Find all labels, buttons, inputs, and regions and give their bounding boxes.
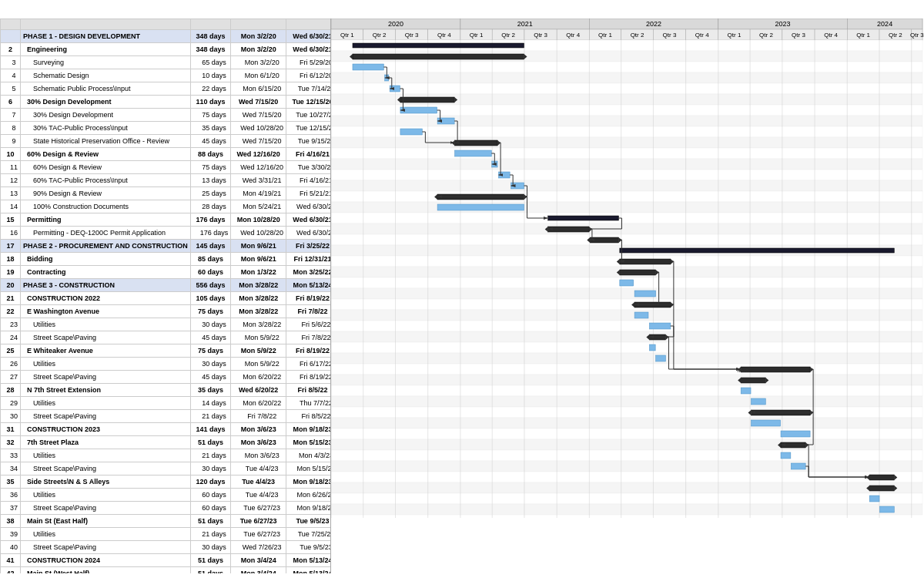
row-finish: Fri 8/5/22 (286, 410, 331, 423)
table-row: 41 CONSTRUCTION 2024 51 days Mon 3/4/24 … (1, 554, 332, 567)
row-dur: 13 days (190, 174, 231, 187)
svg-text:2024: 2024 (877, 20, 892, 28)
table-row: 31 CONSTRUCTION 2023 141 days Mon 3/6/23… (1, 423, 332, 436)
row-name: 60% TAC-Public Process\Input (21, 174, 191, 187)
row-start: Tue 4/4/23 (231, 489, 286, 502)
row-id: 40 (1, 541, 21, 554)
main-container: PHASE 1 - DESIGN DEVELOPMENT 348 days Mo… (0, 0, 924, 578)
row-dur: 85 days (190, 253, 231, 266)
row-finish: Tue 3/30/21 (286, 161, 331, 174)
row-dur: 141 days (190, 423, 231, 436)
row-start: Mon 9/6/21 (231, 253, 286, 266)
row-start: Mon 1/3/22 (231, 266, 286, 279)
row-start: Tue 4/4/23 (231, 476, 286, 489)
row-finish: Wed 6/30/21 (286, 43, 331, 56)
row-dur: 75 days (190, 344, 231, 358)
row-id: 15 (1, 213, 21, 227)
svg-rect-61 (331, 159, 922, 170)
row-start: Mon 5/24/21 (231, 200, 286, 213)
row-finish: Mon 5/13/24 (286, 554, 331, 567)
table-row: 18 Bidding 85 days Mon 9/6/21 Fri 12/31/… (1, 253, 332, 266)
row-start: Mon 3/6/23 (231, 423, 286, 436)
row-start: Mon 3/6/23 (231, 449, 286, 462)
row-name: 60% Design & Review (21, 148, 191, 161)
svg-rect-170 (751, 398, 765, 405)
table-row: 28 N 7th Street Extension 35 days Wed 6/… (1, 384, 332, 397)
svg-text:Qtr 2: Qtr 2 (373, 32, 387, 39)
svg-rect-156 (634, 312, 648, 318)
table-row: 38 Main St (East Half) 51 days Tue 6/27/… (1, 515, 332, 528)
row-start: Wed 12/16/20 (231, 161, 286, 174)
row-dur: 75 days (190, 109, 231, 122)
svg-rect-52 (331, 62, 922, 72)
svg-text:2020: 2020 (388, 20, 403, 28)
table-row: 10 60% Design & Review 88 days Wed 12/16… (1, 148, 332, 161)
table-row: 33 Utilities 21 days Mon 3/6/23 Mon 4/3/… (1, 449, 332, 462)
svg-rect-68 (331, 234, 922, 245)
row-dur: 145 days (190, 240, 231, 253)
svg-text:Qtr 2: Qtr 2 (759, 32, 773, 39)
row-name: Street Scape\Paving (21, 331, 191, 344)
svg-rect-89 (331, 461, 922, 472)
row-finish: Thu 7/7/22 (286, 397, 331, 410)
svg-rect-187 (869, 496, 879, 502)
svg-rect-162 (656, 355, 666, 361)
row-id: 27 (1, 371, 21, 384)
svg-text:Qtr 3: Qtr 3 (534, 32, 547, 39)
table-row: 32 7th Street Plaza 51 days Mon 3/6/23 M… (1, 436, 332, 449)
table-row: 7 30% Design Development 75 days Wed 7/1… (1, 109, 332, 122)
row-dur: 35 days (190, 384, 231, 397)
row-dur: 65 days (190, 56, 231, 69)
table-row: 24 Street Scape\Paving 45 days Mon 5/9/2… (1, 331, 332, 344)
table-row: 36 Utilities 60 days Tue 4/4/23 Mon 6/26… (1, 489, 332, 502)
row-name: Side Streets\N & S Alleys (21, 476, 191, 489)
row-start: Wed 7/15/20 (231, 135, 286, 148)
svg-rect-59 (331, 137, 922, 148)
svg-rect-66 (331, 213, 922, 223)
row-id: 41 (1, 554, 21, 567)
table-row: 8 30% TAC-Public Process\Input 35 days W… (1, 122, 332, 135)
table-row: 21 CONSTRUCTION 2022 105 days Mon 3/28/2… (1, 292, 332, 305)
svg-rect-92 (331, 493, 922, 504)
row-dur: 60 days (190, 266, 231, 279)
row-finish: Mon 4/3/23 (286, 449, 331, 462)
table-row: 15 Permitting 176 days Mon 10/28/20 Wed … (1, 213, 332, 227)
row-id: 35 (1, 476, 21, 489)
row-dur: 176 days (190, 227, 231, 240)
row-finish: Mon 6/26/23 (286, 489, 331, 502)
svg-rect-54 (331, 83, 922, 94)
svg-rect-161 (649, 344, 655, 351)
table-row: 12 60% TAC-Public Process\Input 13 days … (1, 174, 332, 187)
row-dur: 556 days (190, 279, 231, 292)
row-finish: Fri 7/8/22 (286, 331, 331, 344)
row-start: Mon 5/9/22 (231, 331, 286, 344)
table-row: 4 Schematic Design 10 days Mon 6/1/20 Fr… (1, 69, 332, 82)
row-id: 32 (1, 436, 21, 449)
row-name: 100% Construction Documents (21, 200, 191, 213)
svg-rect-136 (437, 204, 524, 210)
svg-text:Qtr 3: Qtr 3 (663, 32, 677, 39)
row-name: Utilities (21, 358, 191, 371)
svg-text:Qtr 2: Qtr 2 (631, 32, 644, 39)
row-id: 14 (1, 200, 21, 213)
row-dur: 60 days (190, 489, 231, 502)
row-id: 28 (1, 384, 21, 397)
row-finish: Mon 5/15/23 (286, 436, 331, 449)
row-id: 29 (1, 397, 21, 410)
row-finish: Tue 10/27/20 (286, 109, 331, 122)
row-finish: Wed 6/30/21 (286, 227, 331, 240)
row-id: 6 (1, 96, 21, 109)
row-finish: Mon 3/25/22 (286, 266, 331, 279)
svg-rect-114 (353, 54, 524, 59)
row-finish: Fri 5/6/22 (286, 318, 331, 331)
row-name: PHASE 1 - DESIGN DEVELOPMENT (21, 30, 191, 43)
row-start: Mon 3/2/20 (231, 30, 286, 43)
row-finish: Tue 7/14/20 (286, 82, 331, 96)
row-finish: Fri 5/29/20 (286, 56, 331, 69)
row-name: Street Scape\Paving (21, 502, 191, 515)
row-dur: 45 days (190, 371, 231, 384)
row-start: Mon 5/9/22 (231, 344, 286, 358)
svg-rect-163 (741, 367, 810, 372)
row-finish: Wed 6/30/21 (286, 213, 331, 227)
table-row: 42 Main St (West Half) 51 days Mon 3/4/2… (1, 567, 332, 574)
